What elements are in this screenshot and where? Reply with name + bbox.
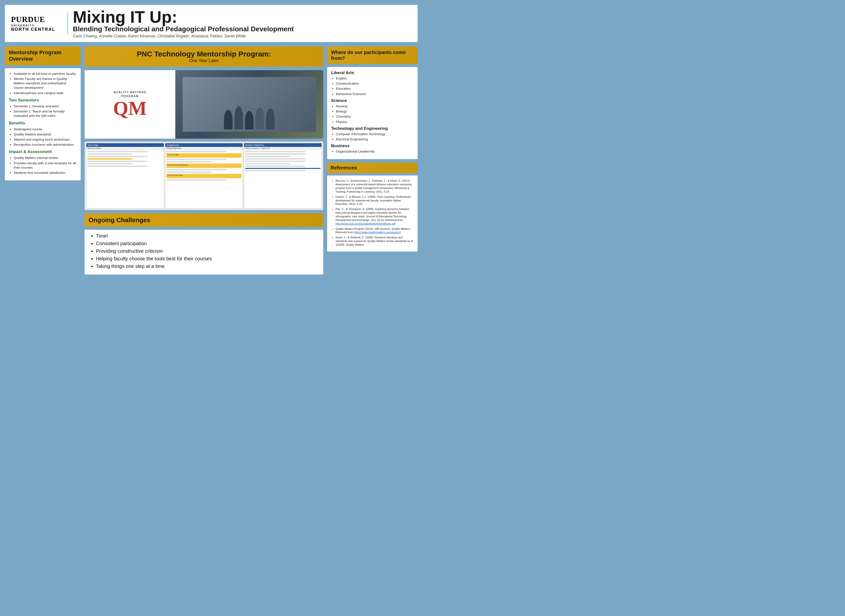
ss2-content: The First Paper The Annotated Bibliograp…	[165, 150, 243, 208]
main-content: Mentorship Program Overview Available to…	[5, 47, 418, 278]
screenshot-3: Module 4 Objectives Table of Contents — …	[244, 143, 322, 208]
impact-item-3: Students find increased satisfaction	[14, 171, 77, 175]
semester-item-1: Semester 1: Develop and learn	[14, 104, 77, 109]
references-list: Barczyk, C., Buckenmeyer, J., Feldman, L…	[331, 179, 414, 246]
references-title: References	[330, 165, 414, 171]
science-title: Science	[331, 98, 414, 103]
left-column: Mentorship Program Overview Available to…	[5, 47, 81, 184]
ss1-line5	[87, 161, 148, 162]
ss2-line6	[166, 179, 227, 180]
ref-3: Pan, C., & Thompson, K. (2009). Explorin…	[336, 207, 414, 225]
ss1-line2	[87, 153, 132, 155]
ss2-line4	[166, 169, 227, 170]
ref-1: Barczyk, C., Buckenmeyer, J., Feldman, L…	[336, 179, 414, 194]
liberal-arts-list: English Communication Education Behavior…	[331, 76, 414, 96]
ref-4: Quality Matters Program (2014). QM resea…	[336, 227, 414, 235]
left-content-panel: Available to all full-time or part-time …	[5, 68, 81, 180]
references-header: References	[327, 163, 418, 173]
liberal-arts-title: Liberal Arts	[331, 70, 414, 75]
ss1-line1	[87, 151, 148, 152]
ss3-header: Module 4 Objectives	[244, 143, 321, 147]
ss3-content	[244, 150, 321, 208]
ss1-content	[86, 150, 164, 208]
ss3-line3	[245, 156, 290, 157]
la-item-1: English	[336, 76, 414, 81]
challenge-4: Helping faculty choose the tools best fo…	[96, 256, 319, 261]
ss3-line2	[245, 153, 305, 155]
program-title: PNC Technology Mentorship Program:	[88, 50, 319, 58]
business-title: Business	[331, 144, 414, 148]
benefits-title: Benefits	[9, 121, 77, 126]
sci-item-3: Chemistry	[336, 114, 414, 119]
tech-title: Technology and Engineering	[331, 126, 414, 131]
qm-logo-section: QUALITY MATTERS PROGRAM Q M	[85, 70, 175, 139]
benefit-item-2: Quality Matters standards	[14, 132, 77, 136]
ss1-line6	[87, 163, 132, 164]
photo-area: QUALITY MATTERS PROGRAM Q M	[85, 70, 323, 139]
participants-panel: Liberal Arts English Communication Educa…	[327, 67, 418, 159]
qm-logo-text-line2: PROGRAM	[121, 95, 139, 98]
sci-item-1: Nursing	[336, 104, 414, 109]
ss1-line3	[87, 156, 148, 157]
la-item-2: Communication	[336, 81, 414, 86]
right-column: Where do our participants come from? Lib…	[327, 47, 418, 255]
challenge-1: Time!	[96, 233, 319, 239]
ss2-highlight3: The Discovery Paper	[166, 174, 242, 178]
science-list: Nursing Biology Chemistry Physics	[331, 104, 414, 124]
ss2-header: Assignments	[165, 143, 243, 147]
benefit-item-1: Redesigned course	[14, 127, 77, 132]
tech-item-2: Electrical Engineering	[336, 137, 414, 142]
participants-header: Where do our participants come from?	[327, 47, 418, 64]
tech-item-1: Computer Information Technology	[336, 132, 414, 136]
ss2-highlight2: The Annotated Bibliography	[166, 164, 242, 168]
ss2-nav: Writing Assignments	[165, 147, 243, 150]
ss1-nav: Welcome, Rachel!	[86, 147, 164, 150]
challenges-panel: Time! Consistent participation Providing…	[85, 230, 323, 274]
screenshot-1: Home Page Welcome, Rachel!	[86, 143, 164, 208]
ss3-line8	[245, 168, 321, 169]
challenge-2: Consistent participation	[96, 241, 319, 246]
ss3-line5	[245, 161, 305, 162]
impact-item-2: Provides faculty with a new template for…	[14, 161, 77, 170]
la-item-4: Behavioral Sciences	[336, 92, 414, 96]
ref-5: Sener, J., & Shattuck, K. (2006). Resear…	[336, 236, 414, 246]
references-panel: Barczyk, C., Buckenmeyer, J., Feldman, L…	[327, 176, 418, 251]
ss2-line5	[166, 172, 211, 173]
ss3-line9	[245, 170, 305, 172]
logo-divider	[67, 12, 68, 34]
business-list: Organizational Leadership	[331, 150, 414, 154]
ss2-line2	[166, 158, 227, 160]
ref-4-link[interactable]: https://www.qualitymatters.org/research	[354, 231, 401, 234]
screenshot-2: Assignments Writing Assignments The Firs…	[165, 143, 243, 208]
authors: Carin Chuang, Annette Coates, Karen Klos…	[73, 34, 411, 38]
semester-item-2: Semester 2: Teach and be formally evalua…	[14, 109, 77, 118]
benefit-item-4: Recognition luncheon with administration	[14, 142, 77, 147]
ss1-line4	[87, 158, 132, 160]
main-title: Mixing IT Up:	[73, 9, 411, 25]
challenges-header: Ongoing Challenges	[85, 213, 323, 227]
intro-item-3: Interdisciplinary and campus-wide	[14, 91, 77, 95]
challenge-5: Taking things one step at a time	[96, 264, 319, 269]
ss3-line4	[245, 158, 305, 160]
ss1-line7	[87, 166, 148, 167]
qm-m-letter: M	[128, 98, 147, 118]
sci-item-4: Physics	[336, 120, 414, 124]
intro-bullet-list: Available to all full-time or part-time …	[9, 72, 77, 95]
ref-2: Huston, T., & Weaver, C.L. (2008). Peer …	[336, 195, 414, 206]
biz-item-1: Organizational Leadership	[336, 150, 414, 154]
qm-logo-text-line1: QUALITY MATTERS	[114, 91, 146, 94]
screenshots-area: Home Page Welcome, Rachel! Assignments W…	[85, 142, 323, 210]
benefits-list: Redesigned course Quality Matters standa…	[9, 127, 77, 147]
mentorship-overview-title: Mentorship Program Overview	[9, 49, 77, 62]
challenges-list: Time! Consistent participation Providing…	[88, 233, 319, 269]
ss2-line1	[166, 151, 227, 152]
challenges-title: Ongoing Challenges	[88, 216, 319, 224]
impact-item-1: Quality Matters internal review	[14, 156, 77, 160]
tech-list: Computer Information Technology Electric…	[331, 132, 414, 142]
header-text-area: Mixing IT Up: Blending Technological and…	[73, 9, 411, 38]
challenge-3: Providing constructive criticism	[96, 248, 319, 254]
ss2-highlight: The First Paper	[166, 153, 242, 158]
benefit-item-3: Stipend and ongoing lunch workshops	[14, 137, 77, 142]
ref-3-link[interactable]: http://www.sicet.org/journals/jetde/jetd…	[336, 222, 395, 225]
subtitle: Blending Technological and Pedagogical P…	[73, 25, 411, 33]
